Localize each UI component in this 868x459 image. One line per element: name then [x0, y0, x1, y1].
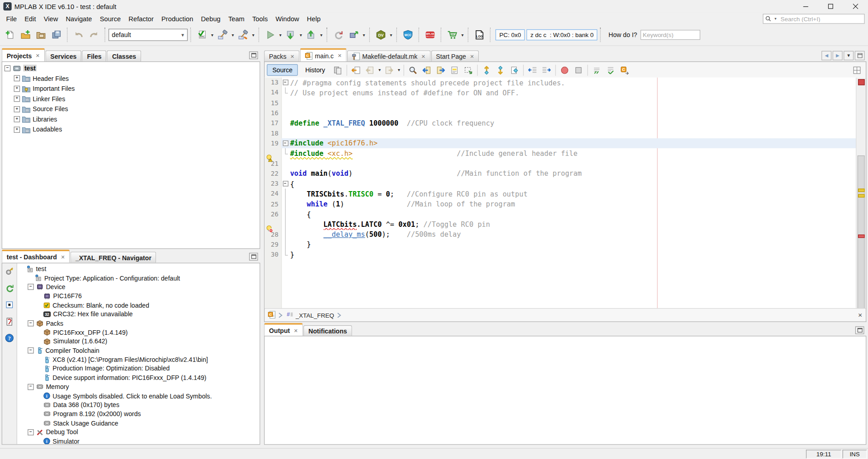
menu-window[interactable]: Window [272, 14, 303, 23]
run-project-dropdown-icon[interactable]: ▼ [278, 28, 283, 42]
toggle-highlight-button[interactable] [448, 63, 461, 76]
menu-source[interactable]: Source [96, 14, 125, 23]
find-previous-button[interactable] [420, 63, 434, 76]
make-and-program-device-dropdown-icon[interactable]: ▼ [298, 28, 303, 42]
tree-item-important-files[interactable]: +Important Files [2, 84, 259, 94]
code-text[interactable]: { [290, 179, 294, 187]
collapse-toggle-icon[interactable]: − [28, 284, 33, 290]
tree-item-packs[interactable]: −Packs [17, 319, 259, 328]
tree-item-xc8-v2-41-c-program-files-microchip-xc8-[interactable]: XC8 (v2.41) [C:\Program Files\Microchip\… [17, 355, 259, 364]
code-text[interactable]: #include <pic16f76.h> [290, 139, 378, 147]
find-button[interactable] [406, 63, 420, 76]
read-device-memory-button[interactable] [303, 27, 319, 42]
forward-button[interactable] [382, 63, 396, 76]
tree-item-data-368-0x170-bytes[interactable]: Data 368 (0x170) bytes [17, 400, 259, 409]
expand-toggle-icon[interactable]: + [14, 96, 20, 102]
breakpoint-window-button[interactable] [3, 299, 15, 311]
insert-mode-toggle[interactable]: INS [843, 450, 867, 459]
search-dropdown-icon[interactable]: ▼ [774, 17, 779, 20]
set-project-configuration-dropdown-icon[interactable]: ▼ [210, 28, 215, 42]
minimize-panel-button[interactable] [855, 326, 864, 334]
mcc-button[interactable]: MCC [400, 27, 415, 42]
menu-production[interactable]: Production [157, 14, 197, 23]
toggle-bookmark-button[interactable] [508, 63, 521, 76]
scroll-tabs-left-button[interactable]: ◀ [821, 51, 831, 61]
breadcrumb-symbol[interactable]: _XTAL_FREQ [296, 312, 334, 318]
tree-item-pic16fxxx-dfp-1-4-149-[interactable]: PIC16Fxxx_DFP (1.4.149) [17, 328, 259, 337]
mplab-discover-button[interactable]: MPLABDISCOVER [422, 27, 438, 42]
breadcrumb-close-icon[interactable]: ✕ [858, 312, 862, 318]
code-line-19[interactable]: 19#include <pic16f76.h> [264, 138, 866, 148]
code-line-27[interactable]: LATCbits.LATC0 ^= 0x01; //Toggle RC0 pin [264, 219, 866, 229]
tree-item-usage-symbols-disabled-click-to-enable-l[interactable]: iUsage Symbols disabled. Click to enable… [17, 391, 259, 400]
code-text[interactable]: } [290, 240, 311, 248]
expand-toggle-icon[interactable]: + [14, 75, 20, 81]
code-text[interactable]: #define _XTAL_FREQ 1000000 //CPU clock f… [290, 119, 495, 127]
code-line-21[interactable]: 21 [264, 159, 866, 169]
expand-toggle-icon[interactable]: + [14, 116, 20, 122]
menu-navigate[interactable]: Navigate [62, 14, 96, 23]
expand-toggle-icon[interactable]: + [14, 85, 20, 91]
menu-file[interactable]: File [2, 14, 21, 23]
code-fold-toggle[interactable] [281, 178, 290, 188]
tab-close-icon[interactable]: ✕ [36, 53, 40, 58]
make-and-program-device-button[interactable] [283, 27, 298, 42]
tree-item-debug-tool[interactable]: −Debug Tool [17, 428, 259, 437]
tab-close-icon[interactable]: ✕ [61, 254, 65, 260]
menu-edit[interactable]: Edit [21, 14, 40, 23]
record-macro-button[interactable] [558, 63, 571, 76]
combo-chevron-down-icon[interactable]: ▼ [178, 33, 187, 37]
tab-list-dropdown-button[interactable]: ▼ [844, 51, 854, 61]
maximize-button[interactable] [818, 0, 843, 13]
minimize-panel-button[interactable] [249, 253, 258, 261]
back-button[interactable] [363, 63, 377, 76]
shift-left-button[interactable] [526, 63, 539, 76]
rectangular-selection-button[interactable] [462, 63, 475, 76]
tree-item-loadables[interactable]: +Loadables [2, 125, 259, 135]
search-input[interactable] [779, 14, 864, 22]
code-text[interactable]: LATCbits.LATC0 ^= 0x01; //Toggle RC0 pin [290, 220, 490, 228]
tree-item-memory[interactable]: −Memory [17, 382, 259, 391]
code-line-22[interactable]: 22void main(void) //Main function of the… [264, 169, 866, 178]
tab-close-icon[interactable]: ✕ [421, 53, 425, 59]
tree-item-libraries[interactable]: +Libraries [2, 114, 259, 125]
menu-help[interactable]: Help [303, 14, 324, 23]
export-report-button[interactable] [3, 315, 15, 328]
tree-item-source-files[interactable]: +Source Files [2, 104, 259, 114]
code-editor[interactable]: 13// #pragma config statements should pr… [264, 77, 866, 309]
read-device-memory-dropdown-icon[interactable]: ▼ [319, 28, 324, 42]
undo-button[interactable] [71, 27, 86, 42]
source-view-button[interactable]: Source [267, 64, 298, 76]
close-button[interactable] [843, 0, 868, 13]
projects-tab-classes[interactable]: Classes [107, 50, 141, 61]
tree-item-test[interactable]: −test [2, 63, 259, 74]
editor-scrollbar[interactable] [856, 77, 866, 308]
tree-item-project-type-application-configuration-d[interactable]: Project Type: Application - Configuratio… [17, 273, 259, 282]
forward-dropdown-icon[interactable]: ▼ [396, 63, 401, 77]
tree-item-compiler-toolchain[interactable]: −Compiler Toolchain [17, 346, 259, 355]
code-fold-toggle[interactable] [281, 77, 290, 87]
back-dropdown-icon[interactable]: ▼ [377, 63, 382, 77]
tab-close-icon[interactable]: ✕ [294, 328, 298, 333]
dashboard-tab--xtal-freq-navigator[interactable]: _XTAL_FREQ - Navigator [71, 252, 156, 262]
editor-tab-start-page[interactable]: Start Page✕ [431, 50, 479, 61]
diff-button[interactable] [331, 63, 344, 76]
code-line-16[interactable]: 16 [264, 108, 866, 118]
projects-tab-projects[interactable]: Projects✕ [2, 48, 45, 61]
code-text[interactable]: TRISCbits.TRISC0 = 0; //Configure RC0 pi… [290, 190, 528, 198]
comment-button[interactable] [590, 63, 604, 76]
code-text[interactable]: #include <xc.h> //Include general header… [290, 149, 578, 157]
find-next-button[interactable] [434, 63, 447, 76]
code-line-20[interactable]: #include <xc.h> //Include general header… [264, 148, 866, 158]
c-file-icon[interactable]: C [268, 311, 276, 320]
code-line-23[interactable]: 23{ [264, 178, 866, 188]
next-bookmark-button[interactable] [494, 63, 507, 76]
code-line-26[interactable]: 26 { [264, 209, 866, 219]
tree-item-test[interactable]: test [17, 264, 259, 273]
warning-stripe-mark[interactable] [858, 194, 865, 197]
menu-tools[interactable]: Tools [248, 14, 271, 23]
data-visualizer-button[interactable]: DV [373, 27, 388, 42]
code-text[interactable]: // #pragma config statements should prec… [290, 78, 565, 86]
redo-button[interactable] [86, 27, 102, 42]
projects-tab-services[interactable]: Services [45, 50, 81, 61]
